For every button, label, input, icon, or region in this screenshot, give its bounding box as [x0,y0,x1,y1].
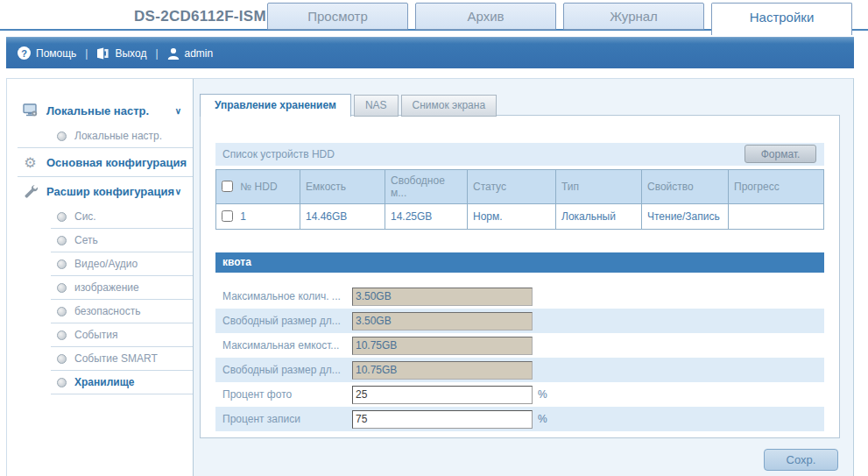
hdd-progress-cell [729,204,824,230]
sidebar-item-basic-config[interactable]: ⚙ Основная конфигурация [7,148,193,176]
sidebar-subitem-label: изображение [74,281,139,294]
sidebar-subitem-label: Сеть [74,234,98,246]
bullet-icon [57,354,67,364]
tab-settings[interactable]: Настройки [711,3,852,35]
hdd-property-cell: Чтение/Запись [642,204,729,230]
sidebar-subitem-events[interactable]: События [7,323,193,346]
main-nav-tabs: Просмотр Архив Журнал Настройки [267,3,852,35]
column-header: Свойство [642,170,729,204]
free-picture-size-field [352,312,533,330]
hdd-row-checkbox[interactable] [222,210,233,222]
user-account: admin [167,47,214,60]
field-label: Максимальное колич. ... [222,290,352,302]
top-header: DS-2CD6112F-ISM Просмотр Архив Журнал На… [6,0,854,35]
save-button[interactable]: Сохр. [764,449,838,471]
picture-percent-input[interactable] [352,386,533,404]
sidebar-subitem-label: Событие SMART [74,352,158,365]
sidebar-subitem-storage[interactable]: Хранилище [7,371,193,394]
bullet-icon [57,212,67,222]
toolbar-separator: | [155,47,158,60]
quota-row-max-record: Максимальная емкост... [215,333,824,358]
tab-nas[interactable]: NAS [354,95,399,117]
bullet-icon [57,236,67,245]
sidebar-divider [51,394,193,394]
hdd-free-space-cell: 14.25GB [385,204,468,230]
free-record-size-field [352,361,533,380]
field-label: Процент фото [222,388,352,401]
quota-row-record-percent: Процент записи % [215,407,824,431]
hdd-capacity-cell: 14.46GB [300,204,385,230]
sidebar-subitem-security[interactable]: безопасность [7,300,193,323]
hdd-list-header: Список устройств HDD Формат. [215,143,824,166]
quota-row-max-picture: Максимальное колич. ... [215,284,824,309]
tab-log[interactable]: Журнал [563,3,704,30]
hdd-table: № HDD Емкость Свободное м... Статус Тип … [215,169,824,230]
select-all-checkbox[interactable] [222,181,233,192]
quota-row-picture-percent: Процент фото % [215,382,824,407]
storage-settings-main: Управление хранением NAS Снимок экрана С… [194,79,853,476]
help-link[interactable]: ? Помощь [18,46,76,60]
wrench-icon [22,184,39,198]
tab-live-view[interactable]: Просмотр [267,3,408,30]
table-row: 1 14.46GB 14.25GB Норм. Локальный Чтение… [216,204,824,230]
logout-label: Выход [115,47,146,60]
chevron-down-icon: ∨ [175,106,181,116]
hdd-list-title: Список устройств HDD [222,148,335,160]
column-header: Тип [556,170,642,204]
percent-suffix: % [538,413,547,425]
bullet-icon [57,307,67,316]
sidebar-subitem-video-audio[interactable]: Видео/Аудио [7,252,193,275]
field-label: Свободный размер дл... [222,364,352,376]
hdd-number-cell: 1 [240,210,246,223]
sidebar-subitem-label: безопасность [74,305,140,317]
sidebar-item-label: Основная конфигурация [46,156,187,169]
logout-link[interactable]: Выход [96,47,146,60]
username-label: admin [185,47,214,60]
sidebar-item-local-settings[interactable]: Локальные настр. ∨ [7,96,193,124]
column-header: Емкость [300,170,385,204]
format-button[interactable]: Формат. [745,145,816,163]
column-header: № HDD [240,181,277,193]
tab-snapshot[interactable]: Снимок экрана [401,95,498,117]
field-label: Процент записи [222,413,352,425]
tab-playback[interactable]: Архив [415,3,556,30]
sidebar-subitem-label: Локальные настр. [74,130,162,142]
logout-icon [96,47,109,60]
toolbar-separator: | [85,47,88,60]
storage-tabs: Управление хранением NAS Снимок экрана [200,94,499,117]
percent-suffix: % [538,388,547,401]
quota-section-header: квота [215,252,824,273]
bullet-icon [57,131,67,141]
sidebar-subitem-label: Видео/Аудио [74,258,138,270]
user-icon [167,47,180,60]
column-header: Статус [468,170,556,204]
quota-row-free-record: Свободный размер дл... [215,358,824,382]
sidebar-item-advanced-config[interactable]: Расшир конфигурация ∨ [7,177,193,205]
sidebar-subitem-label: События [74,329,118,341]
field-label: Максимальная емкост... [222,339,352,352]
app-window: DS-2CD6112F-ISM Просмотр Архив Журнал На… [6,0,854,476]
column-header: Прогресс [729,170,824,204]
sidebar-subitem-label: Сис. [74,210,96,223]
help-label: Помощь [36,47,76,60]
hdd-status-cell: Норм. [468,204,556,230]
content-region: Локальные настр. ∨ Локальные настр. ⚙ Ос… [6,78,854,476]
quota-form: Максимальное колич. ... Свободный размер… [215,284,824,431]
device-model-title: DS-2CD6112F-ISM [134,8,266,25]
sidebar-subitem-network[interactable]: Сеть [7,229,193,252]
bullet-icon [57,259,67,269]
sidebar-subitem-image[interactable]: изображение [7,276,193,299]
sidebar-subitem-system[interactable]: Сис. [7,205,193,228]
help-icon: ? [18,46,31,60]
hdd-type-cell: Локальный [556,204,642,230]
user-toolbar: ? Помощь | Выход | admin [6,37,854,68]
sidebar-item-label: Локальные настр. [46,104,149,117]
record-percent-input[interactable] [352,410,533,429]
sidebar-subitem-local-settings[interactable]: Локальные настр. [7,124,193,147]
tab-storage-management[interactable]: Управление хранением [200,94,351,117]
settings-sidebar: Локальные настр. ∨ Локальные настр. ⚙ Ос… [7,79,194,476]
quota-row-free-picture: Свободный размер дл... [215,309,824,333]
monitor-icon [22,103,39,117]
bullet-icon [57,330,67,340]
sidebar-subitem-smart-event[interactable]: Событие SMART [7,347,193,370]
